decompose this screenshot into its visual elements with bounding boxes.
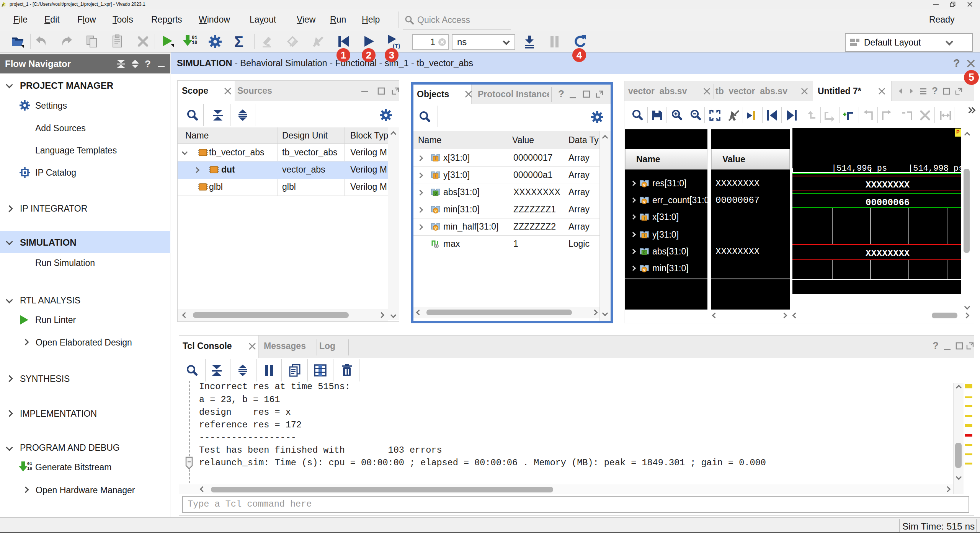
svg-text:I: I [435, 174, 436, 178]
svg-text:01: 01 [27, 461, 33, 466]
svg-text:v: v [643, 200, 645, 204]
svg-text:0: 0 [434, 191, 437, 196]
svg-text:v: v [434, 226, 437, 230]
svg-text:01: 01 [192, 35, 197, 41]
svg-text:v: v [434, 209, 437, 213]
svg-text:I: I [644, 233, 645, 238]
svg-text:v: v [643, 268, 645, 272]
svg-text:10: 10 [192, 40, 197, 46]
svg-text:(T): (T) [393, 42, 400, 49]
svg-text:0: 0 [643, 250, 645, 255]
svg-text:I: I [435, 156, 436, 161]
svg-text:I: I [644, 216, 645, 220]
svg-text:v: v [643, 183, 645, 187]
svg-text:10: 10 [27, 466, 33, 471]
